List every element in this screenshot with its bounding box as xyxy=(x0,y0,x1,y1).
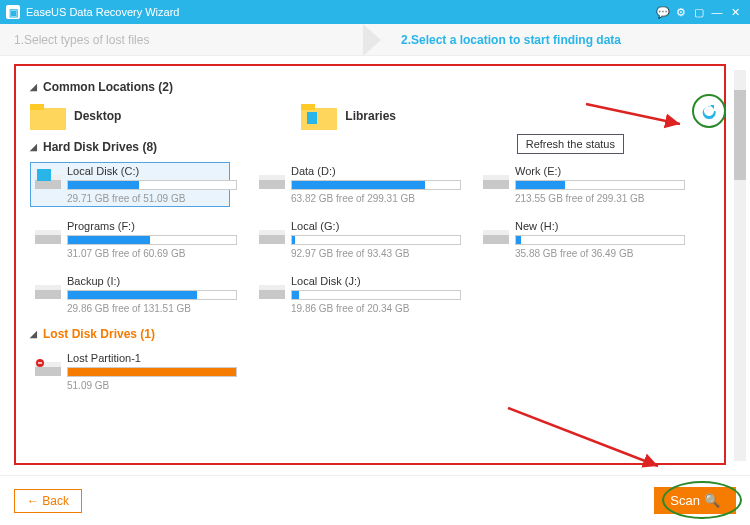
capacity-bar xyxy=(67,235,237,245)
location-desktop[interactable]: Desktop xyxy=(30,102,121,130)
titlebar: ▣ EaseUS Data Recovery Wizard 💬 ⚙ ▢ — ✕ xyxy=(0,0,750,24)
footer: ← Back Scan 🔍 xyxy=(0,475,750,525)
collapse-icon[interactable]: ◢ xyxy=(30,142,37,152)
drive-icon xyxy=(35,169,61,191)
chat-icon[interactable]: 💬 xyxy=(654,6,672,19)
drive-info: 213.55 GB free of 299.31 GB xyxy=(515,193,685,204)
drive-info: 51.09 GB xyxy=(67,380,237,391)
svg-rect-17 xyxy=(483,230,509,235)
drive-info: 29.71 GB free of 51.09 GB xyxy=(67,193,237,204)
drive-name: Local Disk (C:) xyxy=(67,165,237,177)
drive-icon xyxy=(259,224,285,246)
drive-info: 19.86 GB free of 20.34 GB xyxy=(291,303,461,314)
back-button[interactable]: ← Back xyxy=(14,489,82,513)
app-logo: ▣ xyxy=(6,5,20,19)
drive-name: Local Disk (J:) xyxy=(291,275,461,287)
svg-rect-25 xyxy=(38,362,42,363)
step-1: 1.Select types of lost files xyxy=(0,33,363,47)
drive-name: Backup (I:) xyxy=(67,275,237,287)
location-panel: ◢ Common Locations (2) Desktop Libraries… xyxy=(14,64,726,465)
drive-icon xyxy=(483,169,509,191)
drive-icon xyxy=(259,169,285,191)
drive-name: Work (E:) xyxy=(515,165,685,177)
collapse-icon[interactable]: ◢ xyxy=(30,82,37,92)
drive-info: 29.86 GB free of 131.51 GB xyxy=(67,303,237,314)
capacity-bar xyxy=(515,235,685,245)
drive-info: 31.07 GB free of 60.69 GB xyxy=(67,248,237,259)
svg-rect-7 xyxy=(37,169,51,181)
wizard-steps: 1.Select types of lost files 2.Select a … xyxy=(0,24,750,56)
svg-rect-4 xyxy=(307,112,317,124)
drive-info: 92.97 GB free of 93.43 GB xyxy=(291,248,461,259)
capacity-bar xyxy=(67,180,237,190)
scrollbar[interactable] xyxy=(734,70,746,461)
svg-rect-20 xyxy=(259,289,285,299)
capacity-bar xyxy=(515,180,685,190)
drive-item[interactable]: Data (D:)63.82 GB free of 299.31 GB xyxy=(254,162,454,207)
svg-rect-19 xyxy=(35,285,61,290)
svg-rect-12 xyxy=(35,234,61,244)
svg-rect-2 xyxy=(301,108,337,130)
svg-rect-10 xyxy=(483,179,509,189)
svg-rect-22 xyxy=(35,366,61,376)
refresh-button[interactable] xyxy=(698,100,720,122)
step-separator xyxy=(363,24,381,56)
svg-rect-11 xyxy=(483,175,509,180)
drive-icon xyxy=(35,356,61,378)
drive-item[interactable]: Work (E:)213.55 GB free of 299.31 GB xyxy=(478,162,678,207)
capacity-bar xyxy=(67,290,237,300)
drive-icon xyxy=(35,224,61,246)
drive-item[interactable]: Backup (I:)29.86 GB free of 131.51 GB xyxy=(30,272,230,317)
minimize-icon[interactable]: — xyxy=(708,6,726,18)
drive-info: 35.88 GB free of 36.49 GB xyxy=(515,248,685,259)
collapse-icon[interactable]: ◢ xyxy=(30,329,37,339)
capacity-bar xyxy=(67,367,237,377)
svg-rect-15 xyxy=(259,230,285,235)
libraries-icon xyxy=(301,102,337,130)
drive-item[interactable]: New (H:)35.88 GB free of 36.49 GB xyxy=(478,217,678,262)
drive-icon xyxy=(259,279,285,301)
drive-info: 63.82 GB free of 299.31 GB xyxy=(291,193,461,204)
svg-rect-13 xyxy=(35,230,61,235)
scan-button[interactable]: Scan 🔍 xyxy=(654,487,736,514)
drive-name: New (H:) xyxy=(515,220,685,232)
svg-rect-18 xyxy=(35,289,61,299)
drive-item[interactable]: Local Disk (J:)19.86 GB free of 20.34 GB xyxy=(254,272,454,317)
folder-icon xyxy=(30,102,66,130)
step-2: 2.Select a location to start finding dat… xyxy=(401,33,750,47)
svg-rect-8 xyxy=(259,179,285,189)
svg-rect-1 xyxy=(30,104,44,110)
drive-item[interactable]: Programs (F:)31.07 GB free of 60.69 GB xyxy=(30,217,230,262)
svg-rect-14 xyxy=(259,234,285,244)
svg-rect-16 xyxy=(483,234,509,244)
capacity-bar xyxy=(291,180,461,190)
svg-rect-3 xyxy=(301,104,315,110)
drive-icon xyxy=(35,279,61,301)
capacity-bar xyxy=(291,235,461,245)
drive-name: Lost Partition-1 xyxy=(67,352,237,364)
search-icon: 🔍 xyxy=(704,493,720,508)
svg-rect-9 xyxy=(259,175,285,180)
drive-item[interactable]: Local (G:)92.97 GB free of 93.43 GB xyxy=(254,217,454,262)
scrollbar-thumb[interactable] xyxy=(734,90,746,180)
drive-name: Local (G:) xyxy=(291,220,461,232)
drive-icon xyxy=(483,224,509,246)
drive-item[interactable]: Local Disk (C:)29.71 GB free of 51.09 GB xyxy=(30,162,230,207)
close-icon[interactable]: ✕ xyxy=(726,6,744,19)
svg-rect-21 xyxy=(259,285,285,290)
section-common: ◢ Common Locations (2) xyxy=(30,80,710,94)
drive-name: Programs (F:) xyxy=(67,220,237,232)
maximize-icon[interactable]: ▢ xyxy=(690,6,708,19)
capacity-bar xyxy=(291,290,461,300)
svg-rect-0 xyxy=(30,108,66,130)
location-libraries[interactable]: Libraries xyxy=(301,102,396,130)
settings-icon[interactable]: ⚙ xyxy=(672,6,690,19)
lost-drive-item[interactable]: Lost Partition-151.09 GB xyxy=(30,349,230,394)
drive-name: Data (D:) xyxy=(291,165,461,177)
refresh-tooltip: Refresh the status xyxy=(517,134,624,154)
section-lost: ◢ Lost Disk Drives (1) xyxy=(30,327,710,341)
app-title: EaseUS Data Recovery Wizard xyxy=(26,6,179,18)
